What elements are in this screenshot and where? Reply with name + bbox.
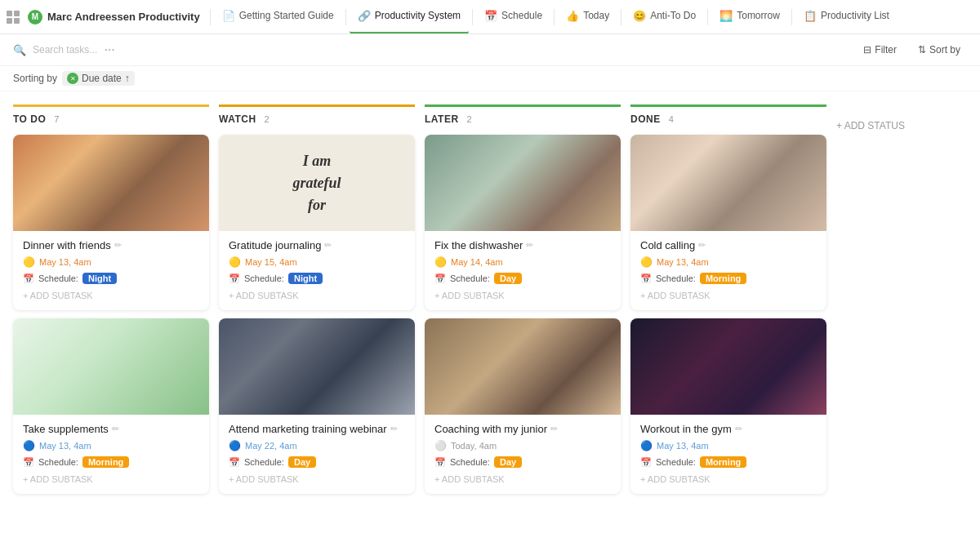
card-title-dinner: Dinner with friends ✏ (23, 239, 199, 251)
tab-anti-to-do[interactable]: 😊 Anti-To Do (625, 0, 704, 34)
tab-schedule-label: Schedule (501, 10, 542, 21)
card-image-gym (630, 318, 826, 415)
schedule-label-gym: Schedule: (656, 457, 696, 467)
edit-icon-coldcalling[interactable]: ✏ (698, 240, 706, 251)
today-icon: 👍 (566, 10, 579, 22)
card-title-text-dinner: Dinner with friends (23, 239, 111, 251)
column-header-todo: TO DO 7 (13, 104, 209, 135)
add-subtask-gratitude[interactable]: + ADD SUBTASK (229, 289, 405, 302)
schedule-badge-webinar: Day (288, 456, 316, 468)
edit-icon-coaching[interactable]: ✏ (550, 424, 558, 434)
date-flag-coaching: ⚪ (434, 440, 447, 451)
schedule-badge-supplements: Morning (82, 456, 129, 468)
top-nav: M Marc Andreessen Productivity 📄 Getting… (0, 0, 980, 34)
more-options-icon[interactable]: ··· (104, 42, 114, 57)
search-input[interactable]: Search tasks... (33, 44, 97, 56)
column-title-watch: WATCH (219, 113, 256, 125)
schedule-badge-gratitude: Night (288, 273, 323, 284)
toolbar: 🔍 Search tasks... ··· ⊟ Filter ⇅ Sort by (0, 34, 980, 66)
column-done: DONE 4 Cold calling ✏ 🟡 May 13, 4am 📅 Sc… (630, 104, 826, 532)
search-box: 🔍 Search tasks... ··· (13, 42, 115, 57)
add-status-button[interactable]: + ADD STATUS (836, 113, 905, 138)
sort-button[interactable]: ⇅ Sort by (911, 41, 967, 59)
workspace-item[interactable]: M Marc Andreessen Productivity (21, 7, 207, 28)
card-title-text-supplements: Take supplements (23, 423, 109, 435)
getting-started-icon: 📄 (222, 10, 235, 22)
add-subtask-supplements[interactable]: + ADD SUBTASK (23, 473, 199, 486)
card-marketing-webinar[interactable]: Attend marketing training webinar ✏ 🔵 Ma… (219, 318, 415, 494)
sort-badge[interactable]: ✕ Due date ↑ (62, 71, 135, 86)
card-gratitude-journaling[interactable]: I amgratefulfor Gratitude journaling ✏ 🟡… (219, 135, 415, 310)
card-title-text-webinar: Attend marketing training webinar (229, 423, 387, 435)
add-subtask-dinner[interactable]: + ADD SUBTASK (23, 289, 199, 302)
edit-icon-gym[interactable]: ✏ (735, 424, 742, 434)
schedule-label-coldcalling: Schedule: (656, 273, 696, 283)
filter-button[interactable]: ⊟ Filter (857, 41, 903, 59)
add-subtask-coldcalling[interactable]: + ADD SUBTASK (640, 289, 817, 302)
date-flag-gratitude: 🟡 (229, 256, 241, 268)
edit-icon-supplements[interactable]: ✏ (112, 424, 119, 434)
column-header-watch: WATCH 2 (219, 104, 415, 135)
column-later: LATER 2 Fix the dishwasher ✏ 🟡 May 14, 4… (425, 104, 621, 532)
column-count-later: 2 (467, 114, 472, 124)
date-text-dishwasher: May 14, 4am (451, 257, 503, 267)
card-body-dinner: Dinner with friends ✏ 🟡 May 13, 4am 📅 Sc… (13, 231, 209, 310)
schedule-badge-coldcalling: Morning (700, 273, 746, 284)
tab-getting-started-label: Getting Started Guide (239, 10, 334, 21)
edit-icon-dinner[interactable]: ✏ (114, 240, 122, 251)
add-subtask-gym[interactable]: + ADD SUBTASK (640, 473, 817, 486)
card-fix-dishwasher[interactable]: Fix the dishwasher ✏ 🟡 May 14, 4am 📅 Sch… (425, 135, 621, 310)
column-watch: WATCH 2 I amgratefulfor Gratitude journa… (219, 104, 415, 532)
card-cold-calling[interactable]: Cold calling ✏ 🟡 May 13, 4am 📅 Schedule:… (630, 135, 826, 310)
productivity-list-icon: 📋 (804, 10, 817, 22)
schedule-badge-dinner: Night (82, 273, 117, 284)
nav-divider-2 (345, 9, 346, 25)
add-subtask-coaching[interactable]: + ADD SUBTASK (434, 473, 611, 486)
grid-icon[interactable] (7, 11, 20, 24)
schedule-icon-coldcalling: 📅 (640, 273, 652, 284)
card-take-supplements[interactable]: Take supplements ✏ 🔵 May 13, 4am 📅 Sched… (13, 318, 209, 494)
card-title-text-gym: Workout in the gym (640, 423, 732, 435)
schedule-label-dinner: Schedule: (38, 273, 78, 283)
tab-productivity-list-label: Productivity List (821, 10, 889, 21)
add-subtask-webinar[interactable]: + ADD SUBTASK (229, 473, 405, 486)
card-schedule-supplements: 📅 Schedule: Morning (23, 456, 199, 468)
tab-tomorrow[interactable]: 🌅 Tomorrow (711, 0, 788, 34)
tab-productivity-system[interactable]: 🔗 Productivity System (350, 0, 469, 34)
filter-icon: ⊟ (863, 44, 871, 56)
date-flag-supplements: 🔵 (23, 440, 35, 451)
nav-divider-7 (791, 9, 792, 25)
card-dinner-with-friends[interactable]: Dinner with friends ✏ 🟡 May 13, 4am 📅 Sc… (13, 135, 209, 310)
card-date-dishwasher: 🟡 May 14, 4am (434, 256, 611, 268)
tab-tomorrow-label: Tomorrow (737, 10, 780, 21)
sorting-by-label: Sorting by (13, 73, 57, 84)
card-title-gratitude: Gratitude journaling ✏ (229, 239, 405, 251)
tab-today[interactable]: 👍 Today (558, 0, 617, 34)
card-body-gratitude: Gratitude journaling ✏ 🟡 May 15, 4am 📅 S… (219, 231, 415, 310)
card-schedule-dishwasher: 📅 Schedule: Day (434, 273, 611, 284)
sort-label: Sort by (929, 44, 960, 56)
filter-label: Filter (875, 44, 897, 56)
card-body-webinar: Attend marketing training webinar ✏ 🔵 Ma… (219, 415, 415, 494)
date-flag-dishwasher: 🟡 (434, 256, 447, 268)
tab-productivity-list[interactable]: 📋 Productivity List (795, 0, 898, 34)
schedule-icon-dishwasher: 📅 (434, 273, 446, 284)
date-text-coldcalling: May 13, 4am (657, 257, 709, 267)
edit-icon-webinar[interactable]: ✏ (390, 424, 398, 434)
add-subtask-dishwasher[interactable]: + ADD SUBTASK (434, 289, 611, 302)
date-flag-dinner: 🟡 (23, 256, 35, 268)
toolbar-right: ⊟ Filter ⇅ Sort by (857, 41, 967, 59)
nav-divider-3 (472, 9, 473, 25)
tab-getting-started[interactable]: 📄 Getting Started Guide (214, 0, 342, 34)
card-workout-gym[interactable]: Workout in the gym ✏ 🔵 May 13, 4am 📅 Sch… (630, 318, 826, 494)
tab-schedule[interactable]: 📅 Schedule (476, 0, 550, 34)
edit-icon-dishwasher[interactable]: ✏ (526, 240, 533, 251)
column-header-add-status: + ADD STATUS (836, 104, 980, 148)
column-count-todo: 7 (54, 114, 59, 124)
card-coaching-junior[interactable]: Coaching with my junior ✏ ⚪ Today, 4am 📅… (425, 318, 621, 494)
edit-icon-gratitude[interactable]: ✏ (324, 240, 332, 251)
workspace-name: Marc Andreessen Productivity (47, 11, 200, 23)
card-title-supplements: Take supplements ✏ (23, 423, 199, 435)
card-body-dishwasher: Fix the dishwasher ✏ 🟡 May 14, 4am 📅 Sch… (425, 231, 621, 310)
card-date-gym: 🔵 May 13, 4am (640, 440, 817, 451)
